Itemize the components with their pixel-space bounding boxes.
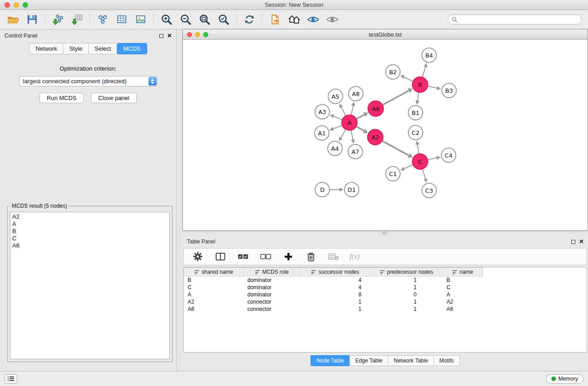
graph-node-label: A1 bbox=[318, 130, 325, 137]
tab-edge-table[interactable]: Edge Table bbox=[349, 355, 388, 366]
column-header[interactable]: shared name bbox=[184, 268, 244, 276]
tab-mcds[interactable]: MCDS bbox=[117, 43, 147, 54]
network-window-titlebar[interactable]: testGlobe.txt bbox=[183, 29, 588, 40]
tab-network-table[interactable]: Network Table bbox=[388, 355, 434, 366]
blue-eye-icon bbox=[307, 14, 320, 24]
zoom-in-button[interactable] bbox=[160, 13, 173, 26]
zoom-out-button[interactable] bbox=[179, 13, 192, 26]
tab-select[interactable]: Select bbox=[88, 43, 117, 54]
graph-edge-C-C2[interactable] bbox=[417, 145, 419, 154]
tab-network[interactable]: Network bbox=[29, 43, 63, 54]
graph-edge-A-A6[interactable] bbox=[357, 114, 364, 119]
graph-edge-C-C1[interactable] bbox=[404, 165, 413, 169]
window-title: Session: New Session bbox=[265, 1, 323, 8]
zoom-fit-button[interactable] bbox=[198, 13, 211, 26]
import-network-button[interactable] bbox=[51, 13, 65, 26]
search-input[interactable] bbox=[460, 16, 578, 23]
node-table-body: Bdominator41BCdominator41CAdominator80AA… bbox=[184, 276, 483, 313]
table-row[interactable]: Cdominator41C bbox=[184, 284, 483, 291]
delete-column-button[interactable] bbox=[304, 250, 318, 263]
float-panel-icon[interactable] bbox=[159, 34, 163, 38]
save-session-button[interactable] bbox=[25, 13, 39, 26]
new-network-button[interactable] bbox=[96, 13, 110, 26]
graph-node-label: B2 bbox=[389, 69, 397, 76]
graph-node-label: A5 bbox=[331, 93, 339, 100]
column-header[interactable]: MCDS role bbox=[244, 268, 301, 276]
close-window-button[interactable] bbox=[5, 2, 10, 8]
panel-divider-handle[interactable] bbox=[382, 232, 387, 234]
deselect-all-columns-button[interactable] bbox=[259, 250, 272, 263]
mcds-result-list[interactable]: A2ABCA6 bbox=[10, 212, 170, 359]
close-table-panel-icon[interactable]: × bbox=[579, 239, 583, 244]
network-window-controls bbox=[187, 32, 208, 37]
column-header[interactable]: predecessor nodes bbox=[371, 268, 443, 276]
network-minimize-button[interactable] bbox=[195, 32, 200, 37]
network-close-button[interactable] bbox=[187, 32, 192, 37]
graph-edge-A-A3[interactable] bbox=[334, 116, 342, 119]
table-row[interactable]: A6connector11A6 bbox=[184, 305, 483, 313]
minimize-window-button[interactable] bbox=[14, 2, 19, 8]
graph-edge-A-A8[interactable] bbox=[351, 105, 353, 114]
criterion-dropdown[interactable]: largest connected component (directed) bbox=[19, 76, 158, 86]
network-zoom-button[interactable] bbox=[203, 32, 208, 37]
style-preview-button[interactable] bbox=[306, 13, 320, 26]
graph-edge-C-C3[interactable] bbox=[422, 169, 425, 179]
column-attribute-icon bbox=[380, 270, 385, 274]
result-item[interactable]: B bbox=[12, 228, 167, 235]
graph-edge-B-B4[interactable] bbox=[422, 67, 425, 77]
graph-edge-A6-B[interactable] bbox=[383, 91, 409, 105]
image-export-icon bbox=[135, 14, 147, 25]
memory-button[interactable]: Memory bbox=[546, 374, 583, 384]
result-item[interactable]: C bbox=[12, 235, 167, 242]
copy-view-button[interactable] bbox=[268, 13, 282, 26]
graph-edge-C-C4[interactable] bbox=[428, 158, 437, 160]
column-header[interactable]: name bbox=[443, 268, 483, 276]
graph-edge-B-B2[interactable] bbox=[404, 77, 412, 81]
task-history-button[interactable] bbox=[5, 374, 17, 384]
graph-node-label: B3 bbox=[445, 87, 453, 94]
tab-node-table[interactable]: Node Table bbox=[311, 355, 349, 366]
table-row[interactable]: Adominator80A bbox=[184, 291, 483, 298]
run-mcds-button[interactable]: Run MCDS bbox=[39, 93, 84, 103]
graph-edge-B-B3[interactable] bbox=[428, 86, 437, 88]
graph-edge-A-A4[interactable] bbox=[341, 130, 345, 138]
result-item[interactable]: A bbox=[12, 220, 167, 228]
result-item[interactable]: A2 bbox=[12, 213, 167, 220]
zoom-out-icon bbox=[180, 14, 191, 25]
network-canvas[interactable]: B4B2BB3A5A8A6B1A3AC2A1A2A4A7C4CC1C3DD1 bbox=[183, 40, 588, 230]
graph-edge-A-A2[interactable] bbox=[357, 127, 364, 131]
select-all-columns-button[interactable] bbox=[236, 250, 250, 263]
hide-button[interactable] bbox=[325, 13, 339, 26]
column-header[interactable]: successor nodes bbox=[301, 268, 371, 276]
table-row[interactable]: A2connector11A2 bbox=[184, 298, 483, 305]
show-columns-button[interactable] bbox=[214, 250, 227, 263]
export-image-button[interactable] bbox=[134, 13, 148, 26]
table-delete-icon bbox=[328, 253, 339, 260]
table-settings-button[interactable] bbox=[191, 250, 205, 263]
function-builder-button[interactable]: f(x) bbox=[349, 253, 359, 261]
graph-edge-A-A7[interactable] bbox=[351, 131, 353, 140]
result-item[interactable]: A6 bbox=[12, 242, 167, 249]
node-table-header-row: shared nameMCDS rolesuccessor nodesprede… bbox=[184, 268, 483, 276]
home-button[interactable] bbox=[287, 13, 301, 26]
graph-edge-B-B1[interactable] bbox=[417, 93, 419, 101]
refresh-view-button[interactable] bbox=[243, 13, 256, 26]
delete-table-button[interactable] bbox=[327, 250, 340, 263]
new-table-button[interactable] bbox=[115, 13, 129, 26]
close-panel-icon[interactable]: × bbox=[167, 33, 172, 38]
float-table-panel-icon[interactable] bbox=[571, 240, 575, 244]
zoom-selected-button[interactable] bbox=[217, 13, 230, 26]
tab-motifs[interactable]: Motifs bbox=[434, 355, 460, 366]
graph-edge-A-A5[interactable] bbox=[341, 107, 346, 115]
graph-edge-A2-C[interactable] bbox=[382, 141, 409, 156]
table-row[interactable]: Bdominator41B bbox=[184, 276, 483, 284]
import-table-button[interactable] bbox=[70, 13, 84, 26]
close-panel-button[interactable]: Close panel bbox=[91, 93, 137, 103]
graph-edge-arrowhead bbox=[416, 141, 420, 145]
graph-node-label: B bbox=[418, 81, 422, 88]
open-file-button[interactable] bbox=[6, 13, 20, 26]
graph-edge-A-A1[interactable] bbox=[333, 125, 342, 129]
tab-style[interactable]: Style bbox=[63, 43, 88, 54]
add-column-button[interactable] bbox=[282, 250, 295, 263]
zoom-window-button[interactable] bbox=[23, 2, 28, 8]
